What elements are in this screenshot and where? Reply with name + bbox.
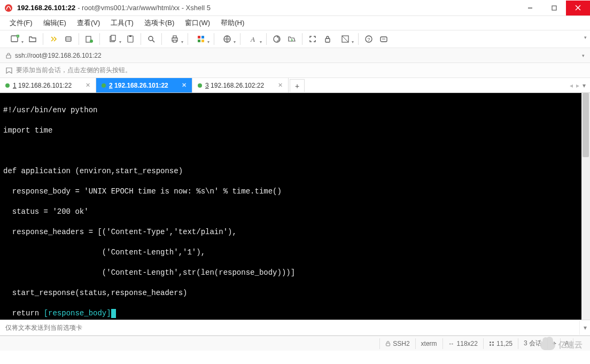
separator: [43, 33, 43, 45]
separator: [188, 33, 188, 45]
open-button[interactable]: [26, 32, 40, 46]
close-tab-icon[interactable]: ✕: [177, 82, 187, 89]
menu-window[interactable]: 窗口(W): [181, 17, 214, 29]
fullscreen-button[interactable]: [306, 32, 320, 46]
menu-tabs[interactable]: 选项卡(B): [140, 17, 178, 29]
code-line: start_response(status,response_headers): [3, 288, 578, 298]
paste-button[interactable]: [123, 32, 137, 46]
status-bar: SSH2 xterm ↔118x22 11,25 3 会话 ✦ A: [0, 336, 590, 351]
app-icon: [4, 4, 13, 12]
code-line: ('Content-Length',str(len(response_body)…: [3, 268, 578, 278]
code-line: response_headers = [('Content-Type','tex…: [3, 227, 578, 237]
title-host: 192.168.26.101:22: [17, 4, 75, 12]
resize-icon: ↔: [448, 340, 455, 347]
menu-edit[interactable]: 编辑(E): [39, 17, 71, 29]
svg-point-0: [5, 4, 12, 12]
svg-rect-15: [129, 35, 131, 37]
session-tab-strip: 1 192.168.26.101:22 ✕ 2 192.168.26.101:2…: [0, 78, 590, 93]
tab-label: 1 192.168.26.101:22: [13, 82, 72, 89]
lock-button[interactable]: [321, 32, 335, 46]
tab-label: 2 192.168.26.101:22: [109, 82, 168, 89]
menu-file[interactable]: 文件(F): [5, 17, 37, 29]
tab-menu-icon[interactable]: ▾: [583, 82, 586, 89]
close-button[interactable]: [566, 1, 590, 16]
close-tab-icon[interactable]: ✕: [274, 82, 283, 89]
toolbar-overflow[interactable]: ▾: [584, 35, 587, 40]
new-session-button[interactable]: +▾: [5, 32, 25, 46]
reconnect-button[interactable]: [46, 32, 60, 46]
separator: [161, 33, 162, 45]
separator: [79, 33, 79, 45]
tab-label: 3 192.168.26.102:22: [205, 82, 264, 89]
properties-button[interactable]: [82, 32, 96, 46]
session-tab-3[interactable]: 3 192.168.26.102:22 ✕: [192, 78, 289, 92]
encoding-button[interactable]: ▾: [218, 32, 237, 46]
print-button[interactable]: ▾: [165, 32, 184, 46]
font-button[interactable]: A▾: [244, 32, 263, 46]
svg-rect-13: [111, 35, 115, 41]
terminal[interactable]: #!/usr/bin/env python import time def ap…: [0, 93, 581, 320]
cloud-icon: [540, 340, 555, 350]
svg-line-17: [152, 40, 154, 42]
svg-rect-24: [201, 40, 204, 42]
session-tab-2[interactable]: 2 192.168.26.101:22 ✕: [96, 78, 192, 92]
separator: [99, 33, 100, 45]
tab-next-icon[interactable]: ▸: [576, 82, 579, 89]
menu-view[interactable]: 查看(V): [73, 17, 104, 29]
svg-rect-22: [201, 36, 204, 38]
tab-prev-icon[interactable]: ◂: [570, 82, 573, 89]
xftp-button[interactable]: [285, 32, 299, 46]
tip-bar: 要添加当前会话，点击左侧的箭头按钮。: [0, 63, 590, 78]
session-tab-1[interactable]: 1 192.168.26.101:22 ✕: [0, 78, 96, 92]
code-line: import time: [3, 126, 578, 136]
svg-rect-39: [492, 344, 494, 346]
xagent-button[interactable]: [270, 32, 284, 46]
menu-tools[interactable]: 工具(T): [106, 17, 138, 29]
status-protocol: SSH2: [379, 338, 415, 349]
minimize-button[interactable]: [518, 1, 542, 16]
svg-point-16: [149, 36, 153, 41]
svg-rect-37: [492, 342, 494, 343]
add-session-arrow-icon[interactable]: [5, 67, 13, 74]
svg-rect-28: [325, 38, 330, 42]
svg-text:A: A: [250, 35, 255, 43]
color-scheme-button[interactable]: ▾: [191, 32, 211, 46]
terminal-scrollbar[interactable]: [581, 93, 590, 320]
maximize-button[interactable]: [542, 1, 566, 16]
title-bar: 192.168.26.101:22 - root@vms001:/var/www…: [0, 0, 590, 16]
svg-rect-20: [173, 40, 176, 42]
help-button[interactable]: ?: [362, 32, 376, 46]
menu-bar: 文件(F) 编辑(E) 查看(V) 工具(T) 选项卡(B) 窗口(W) 帮助(…: [0, 16, 590, 30]
address-bar[interactable]: ssh://root@192.168.26.101:22 ▾: [0, 48, 590, 63]
code-line: [3, 146, 578, 156]
status-dot-icon: [198, 83, 202, 88]
find-button[interactable]: [144, 32, 158, 46]
toolbar: +▾ ▾ ▾ ▾ ▾ A▾ ▾ ? ▾: [0, 30, 590, 48]
send-input[interactable]: [0, 321, 579, 335]
send-target-dropdown[interactable]: ▾: [579, 321, 590, 335]
copy-button[interactable]: ▾: [103, 32, 122, 46]
compose-button[interactable]: [377, 32, 391, 46]
svg-rect-19: [173, 36, 176, 38]
terminal-container: #!/usr/bin/env python import time def ap…: [0, 93, 590, 320]
watermark-text: 亿速云: [558, 340, 583, 350]
send-input-bar: ▾: [0, 320, 590, 336]
code-line: #!/usr/bin/env python: [3, 105, 578, 115]
add-tab-button[interactable]: +: [290, 79, 305, 92]
scrollbar-thumb[interactable]: [583, 93, 589, 157]
separator: [214, 33, 214, 45]
tab-nav: ◂ ▸ ▾: [565, 78, 590, 92]
transparency-button[interactable]: ▾: [336, 32, 355, 46]
status-size: ↔118x22: [443, 338, 483, 349]
address-overflow[interactable]: ▾: [582, 53, 585, 58]
svg-point-11: [90, 40, 93, 43]
svg-rect-36: [490, 342, 491, 343]
svg-text:+: +: [17, 34, 19, 37]
cursor: [111, 309, 116, 318]
svg-rect-2: [552, 6, 556, 10]
svg-rect-38: [490, 344, 491, 346]
close-tab-icon[interactable]: ✕: [81, 82, 90, 89]
code-line: response_body = 'UNIX EPOCH time is now:…: [3, 187, 578, 197]
disconnect-button[interactable]: [61, 32, 75, 46]
menu-help[interactable]: 帮助(H): [216, 17, 249, 29]
